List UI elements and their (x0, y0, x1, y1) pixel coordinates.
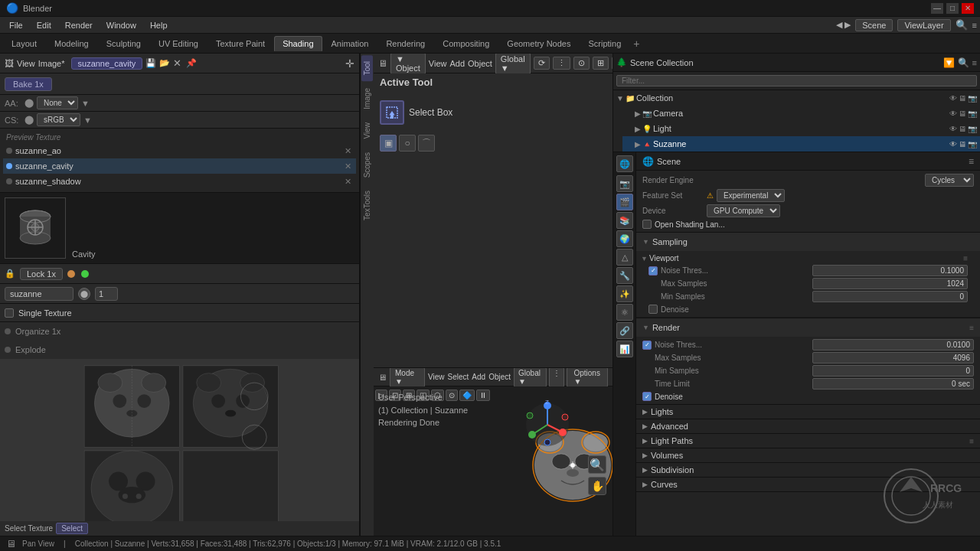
tab-sculpting[interactable]: Sculpting (98, 36, 149, 51)
props-object-icon[interactable]: △ (616, 249, 633, 266)
suzanne-hide-icon[interactable]: 🖥 (959, 140, 966, 148)
scene-label[interactable]: Scene (855, 19, 893, 31)
organize-label[interactable]: Organize 1x (15, 327, 60, 336)
props-physics-icon[interactable]: ⚛ (616, 304, 633, 321)
viewport-list-icon[interactable]: ≡ (963, 254, 968, 262)
zoom-in-btn[interactable]: 🔍 (588, 455, 606, 474)
advanced-section-header[interactable]: ▶ Advanced (636, 419, 980, 434)
feature-set-select[interactable]: Experimental Supported (717, 189, 785, 202)
props-world-icon[interactable]: 🌍 (616, 230, 633, 247)
pin-icon[interactable]: 📌 (186, 58, 197, 68)
tab-texture-paint[interactable]: Texture Paint (207, 36, 273, 51)
viewport-proportional-icon[interactable]: ⊙ (573, 57, 590, 70)
viewport-transform-icon[interactable]: ⟳ (534, 57, 550, 70)
subdivision-section-header[interactable]: ▶ Subdivision (636, 463, 980, 478)
props-constraints-icon[interactable]: 🔗 (616, 322, 633, 339)
viewport-global-btn[interactable]: Global ▼ (495, 54, 531, 74)
collection-eye-icon[interactable]: 👁 (949, 94, 957, 103)
viewlayer-label[interactable]: ViewLayer (897, 19, 950, 31)
tool-select-lasso[interactable]: ⌒ (418, 135, 435, 152)
add-workspace-btn[interactable]: + (633, 37, 639, 50)
texture-remove-cavity[interactable]: ✕ (342, 161, 353, 171)
viewport-3d-canvas[interactable]: ▷ ⊡ ⊞ ◫ ⬡ ⊙ 🔷 ⏸ User Perspective (1) Col… (374, 386, 612, 536)
menu-edit[interactable]: Edit (31, 19, 57, 31)
tab-rendering[interactable]: Rendering (377, 36, 433, 51)
suzanne-render-icon[interactable]: 📷 (968, 140, 977, 148)
lock-button[interactable]: Lock 1x (20, 268, 63, 280)
tool-select-circle[interactable]: ○ (399, 135, 416, 152)
render-max-samples-input[interactable] (812, 352, 975, 364)
texture-name-input[interactable] (5, 287, 74, 301)
camera-eye-icon[interactable]: 👁 (949, 109, 957, 118)
open-shading-checkbox[interactable] (642, 220, 652, 229)
outliner-options-icon[interactable]: ≡ (972, 58, 977, 67)
explode-label[interactable]: Explode (15, 345, 46, 354)
tab-geometry-nodes[interactable]: Geometry Nodes (498, 36, 579, 51)
outliner-search-icon[interactable]: 🔍 (958, 57, 969, 68)
props-particles-icon[interactable]: ✨ (616, 285, 633, 302)
tab-animation[interactable]: Animation (323, 36, 377, 51)
light-paths-list-icon[interactable]: ≡ (969, 437, 974, 445)
cs-select[interactable]: sRGB (37, 113, 80, 126)
uv-viewport[interactable]: Select Texture Select (0, 359, 359, 536)
menu-window[interactable]: Window (100, 19, 142, 31)
close-file-icon[interactable]: ✕ (173, 57, 181, 69)
props-scene-icon[interactable]: 🌐 (616, 155, 633, 172)
cs-dropdown-icon[interactable]: ▼ (83, 116, 92, 125)
noise-thresh-checkbox-vp[interactable]: ✓ (648, 266, 658, 276)
vp-options-btn[interactable]: Options ▼ (567, 368, 608, 387)
render-section-header[interactable]: ▼ Render ≡ (636, 318, 980, 337)
camera-hide-icon[interactable]: 🖥 (959, 109, 966, 118)
render-denoise-cb[interactable]: ✓ (642, 392, 652, 401)
aa-dropdown-icon[interactable]: ▼ (81, 99, 90, 108)
props-data-icon[interactable]: 📊 (616, 341, 633, 357)
render-noise-thresh-input[interactable] (812, 339, 975, 350)
minimize-button[interactable]: — (931, 3, 943, 14)
collection-render-icon[interactable]: 📷 (968, 94, 977, 103)
vp-view-menu[interactable]: View (428, 373, 445, 381)
3d-pause-icon[interactable]: ⏸ (476, 390, 490, 401)
side-tab-scopes[interactable]: Scopes (361, 146, 373, 184)
viewport-type-icon[interactable]: 🖥 (378, 58, 387, 69)
collection-hide-icon[interactable]: 🖥 (959, 94, 966, 103)
render-engine-select[interactable]: Cycles EEVEE (925, 174, 974, 187)
tab-modeling[interactable]: Modeling (46, 36, 97, 51)
tab-scripting[interactable]: Scripting (580, 36, 629, 51)
tool-select-box[interactable]: ▣ (380, 135, 397, 152)
extra-icon[interactable]: ✛ (345, 57, 354, 70)
viewport-add-menu[interactable]: Add (449, 59, 465, 68)
render-time-limit-input[interactable] (812, 378, 975, 390)
light-hide-icon[interactable]: 🖥 (959, 125, 966, 133)
close-button[interactable]: ✕ (962, 3, 974, 14)
file-save-icon[interactable]: 💾 (145, 58, 156, 68)
vp-object-menu[interactable]: Object (488, 373, 511, 381)
min-samples-input-vp[interactable] (812, 291, 969, 302)
menu-file[interactable]: File (3, 19, 29, 31)
props-output-icon[interactable]: 🎬 (616, 194, 633, 210)
editor-image-menu[interactable]: Image* (38, 59, 65, 68)
vp-editor-icon[interactable]: 🖥 (378, 373, 387, 382)
side-tab-tool[interactable]: Tool (361, 55, 373, 81)
maximize-button[interactable]: □ (946, 3, 959, 14)
side-tab-view[interactable]: View (361, 116, 373, 145)
outliner-type-icon[interactable]: 🌲 (616, 57, 627, 67)
denoise-checkbox-vp[interactable] (648, 305, 658, 314)
render-section-list[interactable]: ≡ (969, 324, 974, 332)
viewport-subsection-header[interactable]: ▼ Viewport ≡ (648, 253, 968, 264)
window-controls[interactable]: — □ ✕ (931, 3, 974, 14)
side-tab-image[interactable]: Image (361, 82, 373, 116)
lights-section-header[interactable]: ▶ Lights (636, 405, 980, 419)
extra-options-icon[interactable]: ≡ (972, 21, 977, 30)
curves-section-header[interactable]: ▶ Curves (636, 478, 980, 492)
bake-button[interactable]: Bake 1x (5, 77, 52, 91)
tab-shading[interactable]: Shading (274, 36, 322, 51)
props-modifier-icon[interactable]: 🔧 (616, 267, 633, 284)
side-tab-textools[interactable]: TexTools (361, 184, 373, 227)
tab-layout[interactable]: Layout (3, 36, 45, 51)
outliner-search-input[interactable] (616, 75, 977, 86)
texture-count-input[interactable] (95, 287, 118, 301)
outliner-filter-icon[interactable]: 🔽 (943, 57, 955, 68)
props-render-icon[interactable]: 📷 (616, 175, 633, 192)
camera-render-icon[interactable]: 📷 (968, 109, 977, 118)
single-texture-checkbox[interactable] (5, 308, 14, 318)
